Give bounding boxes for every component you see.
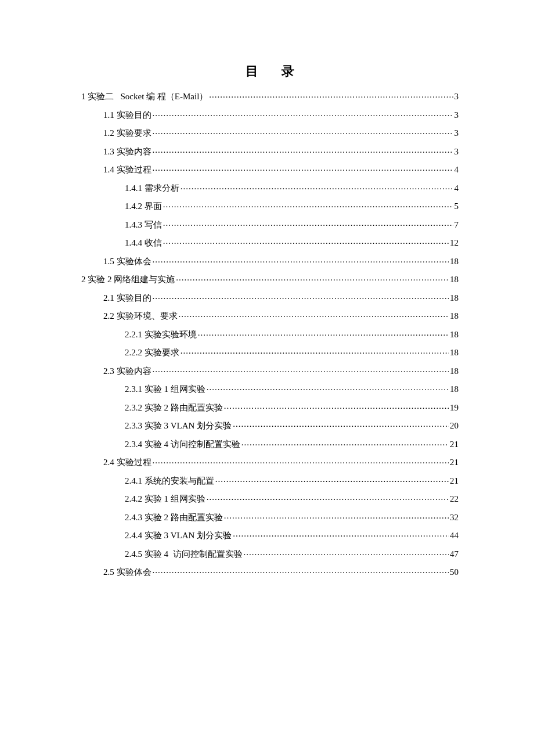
toc-leader-dots — [163, 200, 453, 209]
toc-leader-dots — [153, 127, 453, 136]
toc-entry-label: 1.4 实验过程 — [103, 165, 151, 174]
toc-entry-label: 2.3 实验内容 — [103, 367, 151, 376]
toc-entry: 2.4.1 系统的安装与配置21 — [125, 475, 459, 485]
toc-entry-page: 3 — [454, 111, 459, 120]
toc-entry-page: 21 — [450, 440, 459, 449]
toc-entry-page: 22 — [450, 495, 459, 503]
toc-leader-dots — [153, 456, 449, 465]
toc-entry: 2.2.1 实验实验环境18 — [125, 329, 459, 339]
toc-entry: 2.4.3 实验 2 路由配置实验32 — [125, 512, 459, 522]
toc-entry: 1.4 实验过程4 — [103, 164, 459, 174]
toc-entry-page: 5 — [454, 202, 459, 211]
toc-entry: 2.3.4 实验 4 访问控制配置实验21 — [125, 438, 459, 449]
toc-entry-label: 2.4.2 实验 1 组网实验 — [125, 495, 205, 503]
toc-entry: 2.4.4 实验 3 VLAN 划分实验44 — [125, 530, 459, 540]
toc-entry-label: 2.3.1 实验 1 组网实验 — [125, 385, 205, 394]
toc-entry: 1.1 实验目的3 — [103, 109, 459, 120]
toc-entry: 2.3.2 实验 2 路由配置实验19 — [125, 402, 459, 412]
toc-entry-page: 47 — [450, 550, 459, 559]
toc-entry-page: 18 — [450, 367, 459, 376]
toc-entry-label: 2 实验 2 网络组建与实施 — [81, 275, 175, 284]
toc-leader-dots — [153, 255, 449, 264]
toc-entry-page: 4 — [454, 184, 459, 193]
toc-entry-page: 21 — [450, 477, 459, 485]
toc-entry-page: 44 — [450, 531, 459, 540]
toc-entry-page: 20 — [450, 422, 459, 430]
table-of-contents: 1 实验二 Socket 编 程（E-Mail）31.1 实验目的31.2 实验… — [81, 91, 459, 577]
toc-entry-page: 50 — [450, 568, 459, 577]
toc-entry-label: 1.4.3 写信 — [125, 221, 162, 229]
toc-entry: 2.2 实验环境、要求18 — [103, 310, 459, 321]
toc-entry-label: 2.3.2 实验 2 路由配置实验 — [125, 404, 223, 412]
toc-leader-dots — [153, 566, 449, 575]
toc-entry: 2.4.2 实验 1 组网实验22 — [125, 493, 459, 503]
toc-entry-page: 19 — [450, 404, 459, 412]
toc-entry: 1.4.3 写信7 — [125, 219, 459, 229]
toc-leader-dots — [209, 91, 453, 99]
toc-entry: 2.2.2 实验要求18 — [125, 347, 459, 357]
toc-leader-dots — [181, 182, 453, 191]
toc-entry: 1.4.2 界面5 — [125, 200, 459, 211]
toc-entry-label: 2.5 实验体会 — [103, 568, 151, 577]
toc-entry-label: 1.4.1 需求分析 — [125, 184, 179, 193]
toc-leader-dots — [224, 402, 449, 411]
toc-leader-dots — [176, 273, 449, 282]
toc-leader-dots — [179, 310, 449, 319]
toc-entry-label: 2.4 实验过程 — [103, 458, 151, 467]
toc-entry-label: 2.3.4 实验 4 访问控制配置实验 — [125, 440, 240, 449]
toc-leader-dots — [153, 365, 449, 374]
toc-leader-dots — [181, 347, 449, 355]
toc-entry-page: 18 — [450, 257, 459, 266]
toc-entry-label: 2.2.2 实验要求 — [125, 348, 179, 357]
toc-entry: 2.3.3 实验 3 VLAN 划分实验20 — [125, 420, 459, 430]
toc-entry-label: 1 实验二 Socket 编 程（E-Mail） — [81, 92, 208, 101]
toc-leader-dots — [233, 530, 449, 538]
toc-entry: 1.3 实验内容3 — [103, 146, 459, 156]
toc-entry-label: 2.3.3 实验 3 VLAN 划分实验 — [125, 422, 232, 430]
toc-entry-page: 7 — [454, 221, 459, 229]
toc-leader-dots — [241, 438, 449, 447]
toc-entry: 2.1 实验目的18 — [103, 292, 459, 303]
toc-leader-dots — [207, 493, 449, 502]
toc-entry-page: 3 — [454, 92, 459, 101]
toc-entry-label: 1.4.4 收信 — [125, 239, 162, 247]
toc-entry: 2.4.5 实验 4 访问控制配置实验47 — [125, 548, 459, 559]
toc-entry-label: 1.2 实验要求 — [103, 129, 151, 138]
toc-entry-label: 2.2.1 实验实验环境 — [125, 330, 197, 339]
toc-entry-page: 3 — [454, 147, 459, 156]
toc-title: 目录 — [81, 63, 459, 80]
toc-leader-dots — [224, 512, 449, 520]
toc-leader-dots — [244, 548, 449, 557]
toc-entry-label: 2.2 实验环境、要求 — [103, 312, 178, 321]
toc-entry-label: 2.1 实验目的 — [103, 294, 151, 303]
toc-entry-label: 2.4.5 实验 4 访问控制配置实验 — [125, 550, 243, 559]
toc-entry: 2.4 实验过程21 — [103, 456, 459, 467]
toc-entry: 1 实验二 Socket 编 程（E-Mail）3 — [81, 91, 459, 101]
toc-entry-page: 4 — [454, 165, 459, 174]
toc-leader-dots — [163, 219, 453, 228]
document-page: 目录 1 实验二 Socket 编 程（E-Mail）31.1 实验目的31.2… — [0, 0, 534, 577]
toc-leader-dots — [215, 475, 449, 484]
toc-entry: 2.3 实验内容18 — [103, 365, 459, 376]
toc-entry-label: 2.4.1 系统的安装与配置 — [125, 477, 214, 485]
toc-entry-label: 2.4.3 实验 2 路由配置实验 — [125, 513, 223, 522]
toc-leader-dots — [198, 329, 449, 337]
toc-entry-label: 2.4.4 实验 3 VLAN 划分实验 — [125, 531, 232, 540]
toc-leader-dots — [163, 237, 449, 246]
toc-leader-dots — [153, 109, 453, 118]
toc-leader-dots — [153, 164, 453, 172]
toc-entry-page: 18 — [450, 312, 459, 321]
toc-entry-page: 18 — [450, 294, 459, 303]
toc-entry-page: 12 — [450, 239, 459, 247]
toc-entry: 2.5 实验体会50 — [103, 566, 459, 577]
toc-entry-page: 18 — [450, 385, 459, 394]
toc-leader-dots — [207, 383, 449, 392]
toc-entry-label: 1.4.2 界面 — [125, 202, 162, 211]
toc-leader-dots — [233, 420, 449, 429]
toc-leader-dots — [153, 146, 453, 154]
toc-entry-label: 1.1 实验目的 — [103, 111, 151, 120]
toc-entry-page: 18 — [450, 330, 459, 339]
toc-entry: 2.3.1 实验 1 组网实验18 — [125, 383, 459, 394]
toc-leader-dots — [153, 292, 449, 301]
toc-entry: 1.2 实验要求3 — [103, 127, 459, 138]
